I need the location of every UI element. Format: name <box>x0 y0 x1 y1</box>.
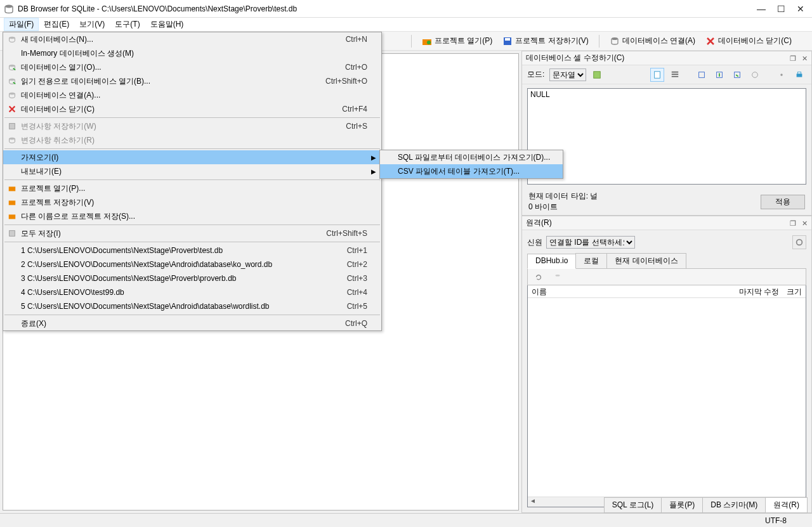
menu-item-label: 변경사항 취소하기(R) <box>18 135 367 146</box>
col-size[interactable]: 크기 <box>783 285 806 297</box>
close-button[interactable]: ✕ <box>797 4 804 14</box>
cell-edit-panel: 데이터베이스 셀 수정하기(C) ❐ ✕ 모드: 문자열 <box>521 51 812 216</box>
menu-item[interactable]: 4 C:\Users\LENOVO\test99.dbCtrl+4 <box>3 285 381 299</box>
menu-file[interactable]: 파일(F) <box>4 18 39 31</box>
menu-item[interactable]: 5 C:\Users\LENOVO\Documents\NextStage\An… <box>3 299 381 313</box>
svg-rect-6 <box>594 71 601 78</box>
menu-item[interactable]: In-Memory 데이터베이스 생성(M) <box>3 46 381 60</box>
menu-help[interactable]: 도움말(H) <box>145 18 189 31</box>
menu-item[interactable]: 프로젝트 열기(P)... <box>3 181 381 195</box>
menu-separator <box>4 315 380 315</box>
menu-item[interactable]: 모두 저장(I)Ctrl+Shift+S <box>3 226 381 240</box>
menu-item-shortcut: Ctrl+Shift+O <box>325 77 370 86</box>
menu-separator <box>4 224 380 225</box>
menu-item[interactable]: 데이터베이스 닫기(C)Ctrl+F4 <box>3 102 381 116</box>
view-text-button[interactable] <box>650 68 664 82</box>
revert-icon <box>6 136 18 145</box>
svg-rect-4 <box>505 38 510 41</box>
menu-item-shortcut: Ctrl+Q <box>345 319 370 328</box>
svg-rect-25 <box>9 214 16 219</box>
import-button[interactable] <box>712 68 726 82</box>
svg-point-19 <box>10 79 15 81</box>
menu-item[interactable]: 가져오기(I)▶ <box>3 150 381 164</box>
toolbar-attach-db[interactable]: 데이터베이스 연결(A) <box>606 34 699 48</box>
menu-item[interactable]: 프로젝트 저장하기(V) <box>3 195 381 209</box>
identity-settings-button[interactable] <box>792 235 806 249</box>
menu-item-label: 2 C:\Users\LENOVO\Documents\NextStage\An… <box>18 260 347 269</box>
menu-item[interactable]: 2 C:\Users\LENOVO\Documents\NextStage\An… <box>3 257 381 271</box>
mode-select[interactable]: 문자열 <box>549 68 586 81</box>
menu-item-shortcut: Ctrl+3 <box>347 274 370 283</box>
cell-toolbar: 모드: 문자열 <box>522 65 811 84</box>
close-db-icon <box>705 36 716 46</box>
menu-view[interactable]: 보기(V) <box>74 18 110 31</box>
svg-point-18 <box>10 65 15 67</box>
print-button[interactable] <box>792 68 806 82</box>
menu-item[interactable]: 읽기 전용으로 데이터베이스 열기(B)...Ctrl+Shift+O <box>3 74 381 88</box>
menu-item[interactable]: 내보내기(E)▶ <box>3 164 381 178</box>
bottom-tab-plot[interactable]: 플롯(P) <box>661 497 703 513</box>
toolbar-close-db[interactable]: 데이터베이스 닫기(C) <box>702 34 796 48</box>
remote-list-header: 이름 마지막 수정 크기 <box>528 285 806 298</box>
bottom-tab-schema[interactable]: DB 스키마(M) <box>702 497 766 513</box>
submenu-item[interactable]: SQL 파일로부터 데이터베이스 가져오기(D)... <box>380 150 563 164</box>
submenu-item-label: CSV 파일에서 테이블 가져오기(T)... <box>395 166 559 177</box>
minimize-button[interactable]: — <box>757 4 766 14</box>
gear-icon <box>795 238 804 247</box>
remote-tab-current[interactable]: 현재 데이터베이스 <box>606 253 686 268</box>
null-button[interactable] <box>748 68 762 82</box>
menu-item[interactable]: 1 C:\Users\LENOVO\Documents\NextStage\Pr… <box>3 244 381 257</box>
cell-textarea[interactable]: NULL <box>527 88 806 185</box>
panel-close-button[interactable]: ✕ <box>802 219 808 227</box>
view-list-button[interactable] <box>668 68 682 82</box>
menu-item-shortcut: Ctrl+Shift+S <box>326 229 370 238</box>
menu-separator <box>4 242 380 242</box>
remote-id-row: 신원 연결할 ID를 선택하세요 <box>527 235 806 249</box>
bottom-tab-sql-log[interactable]: SQL 로그(L) <box>604 497 662 513</box>
menu-item[interactable]: 데이터베이스 연결(A)... <box>3 88 381 102</box>
remote-tab-dbhub[interactable]: DBHub.io <box>527 254 576 269</box>
menu-tools[interactable]: 도구(T) <box>110 18 145 31</box>
menu-item[interactable]: 데이터베이스 열기(O)...Ctrl+O <box>3 60 381 74</box>
cell-panel-header: 데이터베이스 셀 수정하기(C) ❐ ✕ <box>522 51 811 65</box>
bottom-tab-remote[interactable]: 원격(R) <box>765 497 808 513</box>
menu-item[interactable]: 다른 이름으로 프로젝트 저장(S)... <box>3 209 381 223</box>
proj-save-icon <box>6 198 18 207</box>
svg-rect-10 <box>735 72 740 77</box>
remote-upload-button[interactable] <box>551 270 565 284</box>
menu-item-label: 프로젝트 저장하기(V) <box>18 197 367 208</box>
identity-label: 신원 <box>527 237 542 248</box>
menu-item[interactable]: 종료(X)Ctrl+Q <box>3 316 381 330</box>
remote-list: 이름 마지막 수정 크기 ◄► <box>527 285 806 507</box>
toolbar-open-project[interactable]: 프로젝트 열기(P) <box>418 34 496 48</box>
panel-undock-button[interactable]: ❐ <box>790 55 796 62</box>
svg-rect-21 <box>10 124 15 129</box>
menu-item[interactable]: 새 데이터베이스(N)...Ctrl+N <box>3 32 381 46</box>
toolbar-save-project[interactable]: 프로젝트 저장하기(V) <box>499 34 592 48</box>
upload-icon <box>553 273 562 282</box>
save-icon <box>502 36 513 46</box>
remote-refresh-button[interactable] <box>532 270 546 284</box>
apply-button[interactable]: 적용 <box>761 195 805 209</box>
mode-refresh-button[interactable] <box>590 68 604 82</box>
export-button[interactable] <box>695 68 709 82</box>
submenu-item[interactable]: CSV 파일에서 테이블 가져오기(T)... <box>380 164 563 178</box>
panel-close-button[interactable]: ✕ <box>802 55 808 62</box>
menu-item-label: 가져오기(I) <box>18 152 367 163</box>
identity-select[interactable]: 연결할 ID를 선택하세요 <box>546 236 635 249</box>
remote-tab-local[interactable]: 로컬 <box>575 253 607 268</box>
svg-rect-14 <box>797 72 801 74</box>
menu-edit[interactable]: 편집(E) <box>39 18 74 31</box>
maximize-button[interactable]: ☐ <box>777 4 785 14</box>
save-cell-button[interactable] <box>730 68 744 82</box>
menu-item-label: 데이터베이스 연결(A)... <box>18 90 367 101</box>
col-name[interactable]: 이름 <box>528 285 726 297</box>
remote-list-body[interactable]: ◄► <box>528 298 806 507</box>
menu-item-label: 내보내기(E) <box>18 166 367 177</box>
dot-button[interactable] <box>775 68 789 82</box>
menu-separator <box>4 179 380 180</box>
col-modified[interactable]: 마지막 수정 <box>726 285 783 297</box>
menu-item[interactable]: 3 C:\Users\LENOVO\Documents\NextStage\Pr… <box>3 271 381 285</box>
svg-point-0 <box>5 4 13 8</box>
panel-undock-button[interactable]: ❐ <box>790 219 796 227</box>
